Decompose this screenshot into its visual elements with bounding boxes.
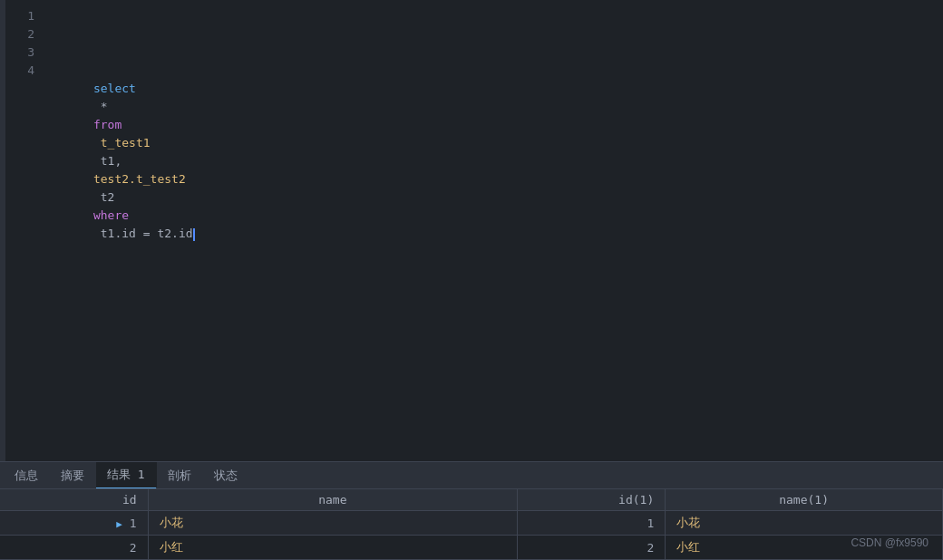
watermark: CSDN @fx9590 <box>851 536 928 549</box>
editor-area: 1 2 3 4 select * from t_test1 t1, test2.… <box>0 0 943 461</box>
alias-t1: t1, <box>93 154 129 168</box>
table-header-row: id name id(1) name(1) <box>0 489 943 511</box>
code-area[interactable]: select * from t_test1 t1, test2.t_test2 … <box>44 0 943 461</box>
line-num-3: 3 <box>27 43 34 62</box>
cell-id1-1: 1 <box>518 511 666 536</box>
schema-test2: test2. <box>93 172 136 186</box>
keyword-from: from <box>93 118 122 131</box>
bottom-tabs-bar: 信息 摘要 结果 1 剖析 状态 <box>0 461 943 488</box>
code-line-1 <box>51 7 943 25</box>
table-row[interactable]: ▶ 1 小花 1 小花 <box>0 511 943 536</box>
tab-summary[interactable]: 摘要 <box>50 462 96 489</box>
line-num-4: 4 <box>27 62 34 80</box>
tab-info[interactable]: 信息 <box>4 462 50 489</box>
row-arrow-icon: ▶ <box>112 518 122 530</box>
keyword-where: where <box>93 208 129 222</box>
code-line-2 <box>51 25 943 43</box>
col-header-name: name <box>148 489 518 511</box>
keyword-select: select <box>93 82 136 95</box>
results-panel: id name id(1) name(1) ▶ <box>0 488 943 560</box>
text-cursor <box>193 228 195 241</box>
cell-name-2: 小红 <box>148 536 518 560</box>
code-line-3 <box>51 43 943 62</box>
table-t-test1: t_test1 <box>93 136 151 150</box>
tab-result1[interactable]: 结果 1 <box>96 462 157 489</box>
operator-star: * <box>93 100 114 113</box>
condition: t1.id = t2.id <box>93 227 193 240</box>
alias-t2: t2 <box>93 190 122 204</box>
cell-name-1: 小花 <box>148 511 518 536</box>
table-t-test2: t_test2 <box>136 172 186 186</box>
table-row[interactable]: 2 小红 2 小红 <box>0 536 943 560</box>
tab-status[interactable]: 状态 <box>203 462 249 489</box>
line-numbers: 1 2 3 4 <box>5 0 44 461</box>
results-table: id name id(1) name(1) ▶ <box>0 489 943 560</box>
col-header-name1: name(1) <box>666 489 943 511</box>
col-header-id: id <box>0 489 148 511</box>
cell-name1-1: 小花 <box>666 511 943 536</box>
cell-id1-2: 2 <box>518 536 666 560</box>
line-num-2: 2 <box>27 25 34 43</box>
cell-id-2: 2 <box>0 536 148 560</box>
cell-id-1: ▶ 1 <box>0 511 148 536</box>
results-table-wrapper: id name id(1) name(1) ▶ <box>0 489 943 560</box>
col-header-id1: id(1) <box>518 489 666 511</box>
line-num-1: 1 <box>27 7 34 25</box>
code-line-4: select * from t_test1 t1, test2.t_test2 … <box>51 62 943 80</box>
tab-profiling[interactable]: 剖析 <box>157 462 203 489</box>
